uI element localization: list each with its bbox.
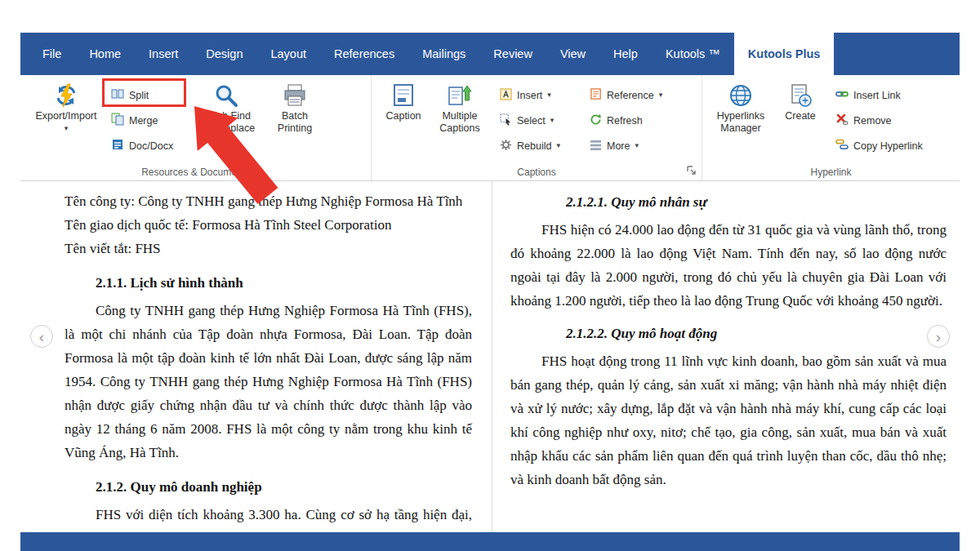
split-label: Split bbox=[129, 90, 149, 101]
copy-hyperlink-icon bbox=[835, 138, 849, 153]
chevron-down-icon: ▾ bbox=[547, 91, 551, 99]
ribbon-tab[interactable]: Kutools Plus bbox=[734, 33, 835, 75]
create-hyperlink-icon bbox=[788, 81, 813, 110]
hyperlink-create-button[interactable]: Create bbox=[774, 78, 826, 122]
ribbon-tab[interactable]: Kutools ™ bbox=[652, 33, 734, 75]
caption-select-button[interactable]: Select ▾ bbox=[496, 108, 571, 133]
multiple-captions-button[interactable]: Multiple Captions bbox=[430, 78, 489, 135]
caption-more-label: More bbox=[607, 140, 630, 152]
hyperlinks-manager-label-1: Hyperlinks bbox=[717, 110, 764, 122]
hyperlink-group-label: Hyperlink bbox=[702, 167, 960, 178]
search-icon bbox=[213, 81, 239, 110]
export-import-button[interactable]: Export/Import ▾ bbox=[25, 78, 107, 132]
ribbon-tab[interactable]: References bbox=[320, 33, 408, 75]
chevron-down-icon: ▾ bbox=[550, 117, 555, 124]
caption-insert-button[interactable]: Insert ▾ bbox=[496, 82, 571, 108]
ribbon-group-resources-documents: Export/Import ▾ Split bbox=[20, 75, 372, 180]
caption-button[interactable]: Caption bbox=[376, 78, 430, 122]
caption-more-button[interactable]: More ▾ bbox=[586, 133, 682, 158]
captions-group-label: Captions bbox=[372, 167, 702, 178]
caption-reference-button[interactable]: Reference ▾ bbox=[586, 82, 682, 108]
resources-group-label: Resources & Documents bbox=[20, 167, 371, 178]
ribbon-tab[interactable]: Mailings bbox=[408, 33, 479, 75]
hyperlinks-manager-label-2: Manager bbox=[720, 122, 760, 135]
split-icon bbox=[111, 87, 124, 103]
doc-docx-button[interactable]: Doc/Docx bbox=[107, 133, 189, 158]
word-window: File Home Insert Design Layout Reference… bbox=[20, 33, 960, 551]
batch-find-replace-label-2: and Replace bbox=[198, 122, 255, 135]
hyperlink-create-label: Create bbox=[785, 110, 816, 122]
remove-icon bbox=[835, 113, 849, 128]
document-paragraph: FHS với diện tích khoảng 3.300 ha. Cùng … bbox=[65, 503, 472, 532]
multiple-captions-label-1: Multiple bbox=[442, 110, 477, 122]
hyperlink-small-buttons: Insert Link Remove bbox=[831, 78, 954, 158]
export-import-label: Export/Import bbox=[35, 110, 96, 122]
batch-printing-button[interactable]: Batch Printing bbox=[264, 78, 326, 135]
document-page-right[interactable]: 2.1.2.1. Quy mô nhân sự FHS hiện có 24.0… bbox=[492, 181, 960, 532]
previous-page-button[interactable]: ‹ bbox=[30, 325, 53, 348]
batch-printing-label-2: Printing bbox=[278, 122, 312, 135]
caption-select-label: Select bbox=[517, 115, 546, 127]
ribbon-tab[interactable]: View bbox=[546, 33, 599, 75]
caption-label: Caption bbox=[385, 110, 421, 122]
caption-rebuild-button[interactable]: Rebuild ▾ bbox=[496, 133, 571, 158]
chevron-right-icon: › bbox=[936, 329, 941, 344]
more-icon bbox=[590, 139, 602, 153]
document-paragraph: Tên viết tắt: FHS bbox=[65, 237, 472, 260]
batch-find-replace-label-1: Batch Find bbox=[202, 110, 251, 122]
merge-label: Merge bbox=[129, 115, 158, 127]
printer-icon bbox=[282, 81, 308, 110]
refresh-icon bbox=[590, 113, 602, 128]
document-paragraph: 2.1.2. Quy mô doanh nghiệp bbox=[96, 475, 472, 499]
chevron-down-icon: ▾ bbox=[659, 91, 663, 99]
globe-icon bbox=[728, 81, 753, 110]
merge-icon bbox=[111, 113, 124, 128]
caption-refresh-label: Refresh bbox=[607, 115, 643, 127]
caption-refresh-button[interactable]: Refresh bbox=[586, 108, 682, 133]
caption-insert-icon bbox=[500, 88, 512, 103]
document-paragraph: FHS hiện có 24.000 lao động đến từ 31 qu… bbox=[510, 218, 947, 313]
ribbon-group-captions: Caption Multiple Captions bbox=[372, 75, 702, 180]
document-paragraph: Công ty TNHH gang thép Hưng Nghiệp Formo… bbox=[65, 299, 472, 464]
ribbon-tab[interactable]: Design bbox=[192, 33, 256, 75]
insert-link-label: Insert Link bbox=[853, 90, 901, 101]
document-page-left[interactable]: Tên công ty: Công ty TNHH gang thép Hưng… bbox=[20, 181, 492, 532]
captions-small-buttons-2: Reference ▾ Refresh bbox=[586, 78, 682, 158]
batch-find-replace-button[interactable]: Batch Find and Replace bbox=[189, 78, 264, 135]
ribbon-tab-bar: File Home Insert Design Layout Reference… bbox=[20, 33, 960, 75]
doc-docx-label: Doc/Docx bbox=[129, 140, 173, 152]
ribbon-tab[interactable]: Insert bbox=[135, 33, 192, 75]
caption-rebuild-icon bbox=[500, 139, 512, 153]
ribbon-tab[interactable]: Home bbox=[75, 33, 135, 75]
ribbon-tab[interactable]: File bbox=[29, 33, 75, 75]
next-page-button[interactable]: › bbox=[927, 325, 950, 348]
remove-hyperlink-button[interactable]: Remove bbox=[831, 108, 954, 133]
split-button[interactable]: Split bbox=[107, 82, 189, 108]
document-paragraph: 2.1.2.2. Quy mô hoạt động bbox=[566, 322, 947, 345]
link-icon bbox=[835, 87, 849, 103]
caption-reference-label: Reference bbox=[607, 90, 654, 101]
copy-hyperlink-label: Copy Hyperlink bbox=[853, 140, 923, 152]
document-paragraph: FHS hoạt động trong 11 lĩnh vực kinh doa… bbox=[510, 349, 947, 491]
caption-icon bbox=[391, 81, 416, 110]
remove-hyperlink-label: Remove bbox=[853, 115, 892, 127]
insert-link-button[interactable]: Insert Link bbox=[831, 82, 954, 108]
doc-docx-icon bbox=[111, 138, 124, 153]
chevron-down-icon: ▾ bbox=[65, 125, 69, 132]
multiple-captions-icon bbox=[448, 81, 472, 110]
chevron-down-icon: ▾ bbox=[635, 142, 639, 149]
resources-small-buttons: Split Merge bbox=[107, 78, 189, 158]
document-paragraph: 2.1.2.1. Quy mô nhân sự bbox=[566, 190, 947, 214]
copy-hyperlink-button[interactable]: Copy Hyperlink bbox=[831, 133, 954, 158]
ribbon-tab[interactable]: Help bbox=[599, 33, 652, 75]
caption-reference-icon bbox=[590, 88, 602, 103]
ribbon-tab[interactable]: Review bbox=[479, 33, 546, 75]
merge-button[interactable]: Merge bbox=[107, 108, 189, 133]
ribbon-tab[interactable]: Layout bbox=[256, 33, 320, 75]
bottom-bar bbox=[20, 532, 960, 551]
hyperlinks-manager-button[interactable]: Hyperlinks Manager bbox=[707, 78, 774, 135]
ribbon-group-hyperlink: Hyperlinks Manager Create bbox=[702, 75, 960, 180]
chevron-left-icon: ‹ bbox=[39, 329, 44, 344]
export-import-icon bbox=[53, 81, 79, 110]
document-area: Tên công ty: Công ty TNHH gang thép Hưng… bbox=[20, 181, 960, 532]
